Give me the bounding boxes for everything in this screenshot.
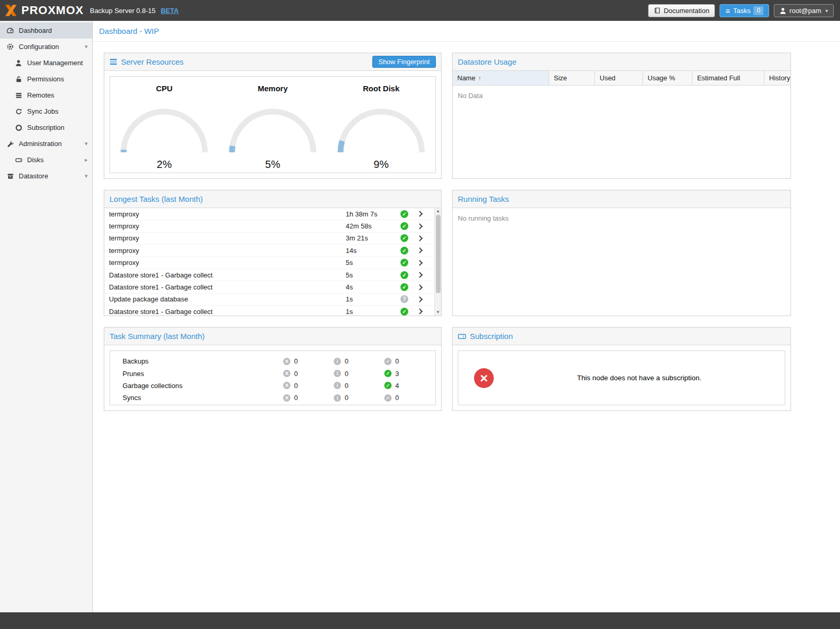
column-header-estimated-full[interactable]: Estimated Full — [692, 71, 764, 85]
collapse-arrow-icon[interactable]: ▾ — [84, 140, 88, 147]
sort-ascending-icon: ↑ — [478, 75, 481, 82]
sidebar-item-permissions[interactable]: Permissions — [0, 71, 92, 87]
topbar-actions: Documentation ≡ Tasks 0 root@pam ▾ — [648, 4, 834, 17]
sidebar-item-dashboard[interactable]: Dashboard — [0, 22, 92, 39]
tasks-count-badge: 0 — [753, 6, 763, 15]
scrollbar[interactable]: ▲ ▼ — [434, 208, 441, 316]
longest-tasks-panel: Longest Tasks (last Month) termproxy 1h … — [104, 190, 442, 316]
error-count-cell[interactable]: 0 — [283, 394, 334, 402]
task-row[interactable]: termproxy 5s — [104, 257, 434, 269]
user-menu-button[interactable]: root@pam ▾ — [774, 4, 834, 17]
task-row[interactable]: termproxy 3m 21s — [104, 233, 434, 245]
sidebar-item-label: Datastore — [19, 172, 48, 180]
list-lines-icon — [109, 58, 117, 65]
status-unknown-icon — [400, 295, 408, 303]
sidebar-item-label: Subscription — [27, 124, 65, 131]
error-count-cell[interactable]: 0 — [283, 370, 334, 378]
ok-icon — [384, 370, 392, 377]
scroll-up-icon[interactable]: ▲ — [436, 208, 440, 214]
task-row[interactable]: termproxy 42m 58s — [104, 220, 434, 232]
error-count-cell[interactable]: 0 — [283, 357, 334, 365]
chevron-right-icon[interactable] — [417, 296, 422, 302]
sidebar-item-administration[interactable]: Administration ▾ — [0, 136, 92, 152]
sidebar-item-label: Administration — [19, 140, 62, 148]
warning-count-cell[interactable]: 0 — [334, 394, 384, 402]
ok-count-cell[interactable]: 0 — [384, 394, 435, 402]
chevron-right-icon[interactable] — [417, 248, 422, 253]
column-header-used[interactable]: Used — [595, 71, 643, 85]
column-header-name[interactable]: Name ↑ — [453, 71, 549, 85]
sidebar-item-disks[interactable]: Disks ▸ — [0, 152, 92, 168]
chevron-right-icon[interactable] — [417, 235, 422, 241]
documentation-button[interactable]: Documentation — [648, 4, 715, 17]
hdd-icon — [15, 156, 22, 164]
subscription-status: × This node does not have a subscription… — [458, 350, 785, 405]
tasks-button[interactable]: ≡ Tasks 0 — [720, 4, 769, 17]
column-header-history[interactable]: History (last Month) — [764, 71, 790, 85]
user-icon — [15, 59, 22, 67]
documentation-label: Documentation — [664, 7, 709, 15]
gauge-arc — [117, 103, 211, 155]
status-ok-icon — [400, 308, 408, 316]
panel-title: Running Tasks — [458, 195, 509, 203]
warning-count-cell[interactable]: 0 — [334, 382, 384, 390]
task-summary-panel: Task Summary (last Month) Backups 0 0 0 … — [104, 327, 442, 411]
sidebar-item-subscription[interactable]: Subscription — [0, 119, 92, 136]
ok-count-cell[interactable]: 0 — [384, 357, 435, 365]
sidebar-item-remotes[interactable]: Remotes — [0, 87, 92, 103]
gauge-arc — [226, 103, 320, 155]
sidebar-item-user-management[interactable]: User Management — [0, 55, 92, 71]
sidebar-item-label: Disks — [27, 156, 44, 164]
sidebar-item-label: Dashboard — [19, 27, 52, 34]
collapse-arrow-icon[interactable]: ▾ — [84, 173, 88, 179]
unlock-icon — [15, 75, 22, 83]
column-header-size[interactable]: Size — [549, 71, 595, 85]
task-row[interactable]: Datastore store1 - Garbage collect 1s — [104, 306, 434, 316]
wrench-icon — [6, 140, 14, 148]
sidebar-item-configuration[interactable]: Configuration ▾ — [0, 39, 92, 55]
product-subtitle: Backup Server 0.8-15 — [90, 7, 155, 15]
warning-count-cell[interactable]: 0 — [334, 357, 384, 365]
subscription-message: This node does not have a subscription. — [494, 374, 785, 382]
task-row[interactable]: termproxy 14s — [104, 245, 434, 257]
scrollbar-thumb[interactable] — [436, 215, 441, 293]
warning-count-cell[interactable]: 0 — [334, 370, 384, 378]
chevron-down-icon: ▾ — [825, 8, 828, 14]
server-resources-panel: Server Resources Show Fingerprint CPU 2% — [104, 53, 442, 179]
status-ok-icon — [400, 283, 408, 291]
ok-count-cell[interactable]: 4 — [384, 382, 435, 390]
error-count-cell[interactable]: 0 — [283, 382, 334, 390]
task-row[interactable]: Datastore store1 - Garbage collect 4s — [104, 281, 434, 293]
brand-wordmark: PROXMOX — [21, 4, 83, 17]
sidebar-item-label: Sync Jobs — [27, 107, 58, 115]
error-icon — [283, 382, 290, 389]
status-ok-icon — [400, 259, 408, 267]
no-data-text: No Data — [453, 86, 790, 106]
root-disk-gauge: Root Disk 9% — [330, 84, 432, 173]
scroll-down-icon[interactable]: ▼ — [436, 309, 440, 316]
beta-link[interactable]: BETA — [161, 7, 178, 15]
chevron-right-icon[interactable] — [417, 309, 422, 314]
task-row[interactable]: Datastore store1 - Garbage collect 5s — [104, 269, 434, 281]
chevron-right-icon[interactable] — [417, 272, 422, 277]
column-header-usage-pct[interactable]: Usage % — [643, 71, 692, 85]
gauge-label: CPU — [113, 84, 215, 93]
show-fingerprint-button[interactable]: Show Fingerprint — [372, 56, 436, 68]
proxmox-logo: PROXMOX — [4, 4, 83, 17]
expand-arrow-icon[interactable]: ▸ — [84, 156, 88, 163]
task-row[interactable]: termproxy 1h 38m 7s — [104, 208, 434, 220]
chevron-right-icon[interactable] — [417, 260, 422, 265]
refresh-icon — [15, 107, 22, 115]
chevron-right-icon[interactable] — [417, 223, 422, 229]
warning-icon — [334, 358, 341, 365]
collapse-arrow-icon[interactable]: ▾ — [84, 43, 88, 50]
status-ok-icon — [400, 271, 408, 279]
ok-count-cell[interactable]: 3 — [384, 370, 435, 378]
gauge-value: 9% — [330, 159, 432, 171]
task-list-icon: ≡ — [725, 7, 730, 15]
chevron-right-icon[interactable] — [417, 211, 422, 217]
task-row[interactable]: Update package database 1s — [104, 294, 434, 306]
sidebar-item-datastore[interactable]: Datastore ▾ — [0, 168, 92, 184]
chevron-right-icon[interactable] — [417, 284, 422, 290]
sidebar-item-sync-jobs[interactable]: Sync Jobs — [0, 103, 92, 119]
